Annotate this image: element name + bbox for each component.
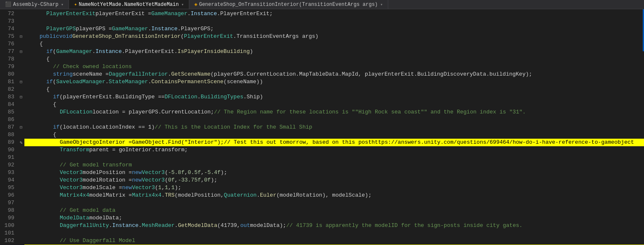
code-line-73 [24, 18, 644, 25]
gutter-item-73 [18, 18, 24, 25]
token-type: Vector3 [142, 169, 165, 177]
token-method: IsPlayerInsideBuilding [178, 48, 250, 55]
line-number-79: 79 [2, 63, 14, 71]
token-plain: modelData; [89, 214, 122, 222]
gutter-item-97 [18, 199, 24, 207]
token-plain: . [197, 93, 201, 101]
code-line-100: DaggerfallUnity.Instance.MeshReader.GetM… [24, 222, 644, 229]
code-line-91 [24, 154, 644, 161]
gutter-item-72 [18, 10, 24, 18]
code-line-86 [24, 116, 644, 124]
token-type: GameManager [151, 10, 188, 18]
token-type: StateManager [109, 78, 148, 86]
gutter-item-81[interactable]: ⊟ [18, 78, 24, 86]
token-comment: // Check owned locations [53, 63, 132, 71]
gutter-item-87[interactable]: ⊟ [18, 124, 24, 131]
token-type: GameObject [132, 139, 165, 146]
gutter-item-83[interactable]: ⊟ [18, 93, 24, 101]
token-type: Vector3 [60, 169, 83, 177]
token-method: TRS [165, 192, 175, 199]
line-number-95: 95 [2, 184, 14, 192]
editor-container: 7273747576777879808182838485868788899091… [0, 9, 644, 245]
token-type: Matrix4x4 [132, 192, 162, 199]
collapse-icon[interactable]: ⊟ [20, 95, 22, 100]
token-plain: location = playerGPS.CurrentLocation; [93, 108, 214, 116]
token-plain: ); [217, 139, 224, 146]
token-link[interactable]: https://answers.unity.com/questions/6994… [371, 139, 634, 146]
token-plain: modelRotation = [83, 177, 132, 184]
line-number-77: 77 [2, 48, 14, 55]
code-line-76: { [24, 40, 644, 48]
code-line-82: { [24, 86, 644, 93]
token-method: GetModelData [178, 222, 217, 229]
tab-generateshop[interactable]: ◈GenerateShop_OnTransitionInterior(Trans… [189, 0, 388, 9]
code-line-83: if (playerEnterExit.BuildingType == DFLo… [24, 93, 644, 101]
line-number-92: 92 [2, 161, 14, 169]
token-plain: , [175, 177, 178, 184]
code-line-75: public void GenerateShop_OnTransitionInt… [24, 33, 644, 40]
code-area: PlayerEnterExit playerEnterExit = GameMa… [24, 9, 644, 245]
token-type: DaggerfallUnity [60, 222, 109, 229]
gutter-item-91 [18, 154, 24, 161]
token-plain: (playerGPS.CurrentLocation.MapTableData.… [211, 71, 533, 78]
token-plain: parent = goInterior.transform; [89, 146, 188, 154]
gutter-item-94 [18, 177, 24, 184]
gutter-item-78 [18, 55, 24, 63]
line-number-81: 81 [2, 78, 14, 86]
code-line-101 [24, 229, 644, 237]
token-plain: (playerEnterExit.BuildingType == [60, 93, 165, 101]
code-line-88: { [24, 131, 644, 139]
token-plain: modelData); [250, 222, 286, 229]
tab-assembly[interactable]: ⬛Assembly-CSharp▾ [0, 0, 69, 9]
dropdown-arrow-namenotyet[interactable]: ▾ [181, 2, 184, 7]
line-number-73: 73 [2, 18, 14, 25]
token-plain: ( [53, 78, 56, 86]
token-kw: new [132, 169, 142, 177]
collapse-icon[interactable]: ⊟ [20, 125, 22, 130]
token-plain: { [40, 40, 43, 48]
pencil-icon: ✎ [20, 140, 23, 145]
token-type: PlayerEnterExit [184, 33, 233, 40]
token-plain: . [138, 222, 142, 229]
gutter-item-75[interactable]: ⊟ [18, 33, 24, 40]
token-prop: Instance [95, 48, 122, 55]
gutter-item-89[interactable]: ✎ [18, 139, 24, 146]
top-bar: ⬛Assembly-CSharp▾✦NameNotYetMade.NameNot… [0, 0, 644, 9]
token-num: 0.5f [188, 169, 201, 177]
line-number-94: 94 [2, 177, 14, 184]
token-num: -33.75f [178, 177, 201, 184]
token-type: DaggerfallInterior [109, 71, 168, 78]
token-num: 0f [204, 177, 211, 184]
token-plain: . [175, 222, 178, 229]
code-line-84: { [24, 101, 644, 108]
dropdown-arrow-generateshop[interactable]: ▾ [380, 2, 383, 7]
dropdown-arrow-assembly[interactable]: ▾ [61, 2, 64, 7]
token-plain: (modelRotation), modelScale); [276, 192, 371, 199]
token-plain: , [201, 169, 204, 177]
tab-namenotyet[interactable]: ✦NameNotYetMade.NameNotYetMadeMain▾ [69, 0, 189, 9]
code-line-94: Vector3 modelRotation = new Vector3(0f, … [24, 177, 644, 184]
code-line-80: string sceneName = DaggerfallInterior.Ge… [24, 71, 644, 78]
code-line-85: DFLocation location = playerGPS.CurrentL… [24, 108, 644, 116]
line-number-88: 88 [2, 131, 14, 139]
gutter: ⊟⊟⊟⊟⊟✎ [18, 9, 24, 245]
token-type: GameManager [112, 25, 148, 33]
token-kw: if [53, 93, 60, 101]
collapse-icon[interactable]: ⊟ [20, 49, 22, 54]
gutter-item-77[interactable]: ⊟ [18, 48, 24, 55]
token-plain: modelPosition = [83, 169, 132, 177]
token-comment: // Test this out tomorrow, based on this… [224, 139, 371, 146]
token-plain: playerEnterExit = [95, 10, 151, 18]
gutter-item-98 [18, 207, 24, 214]
collapse-icon[interactable]: ⊟ [20, 34, 22, 39]
token-comment: // Get model transform [60, 161, 132, 169]
gutter-item-82 [18, 86, 24, 93]
line-numbers: 7273747576777879808182838485868788899091… [0, 9, 18, 245]
token-type: PlayerGPS [46, 25, 76, 33]
line-number-78: 78 [2, 55, 14, 63]
token-comment: // Use Daggerfall Model [60, 237, 135, 245]
token-plain: . [109, 222, 112, 229]
gutter-item-88 [18, 131, 24, 139]
gutter-item-96 [18, 192, 24, 199]
collapse-icon[interactable]: ⊟ [20, 79, 22, 84]
